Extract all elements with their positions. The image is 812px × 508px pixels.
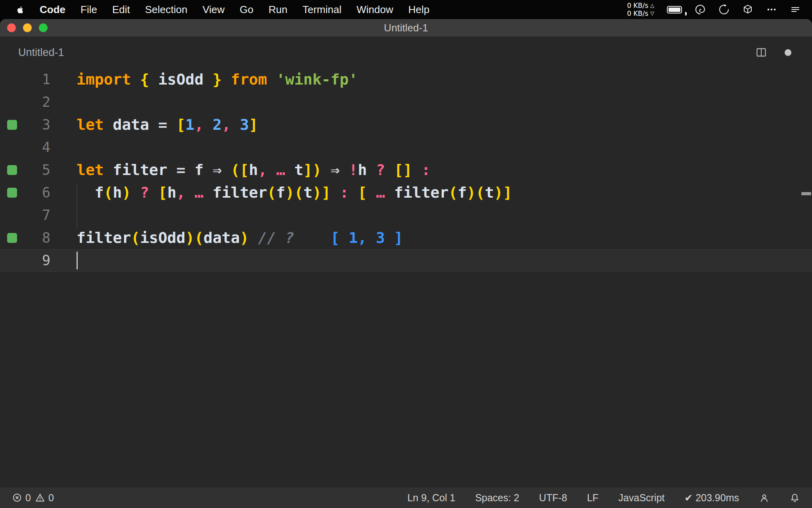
code-token: , (222, 116, 231, 133)
text-cursor (77, 252, 78, 269)
code-token: 1 (186, 116, 195, 133)
code-token: )( (467, 184, 485, 201)
code-line-4[interactable]: 4 (0, 136, 812, 159)
menu-item-go[interactable]: Go (232, 4, 261, 16)
code-token: from (231, 71, 267, 88)
list-menu-icon[interactable] (790, 4, 801, 15)
menu-item-terminal[interactable]: Terminal (295, 4, 349, 16)
code-line-3[interactable]: 3let data = [1, 2, 3] (0, 114, 812, 136)
code-token: f (276, 184, 285, 201)
code-token: ! (349, 161, 358, 179)
swirl-menu-icon[interactable] (695, 4, 706, 15)
menu-item-selection[interactable]: Selection (138, 4, 195, 16)
code-line-8[interactable]: 8filter(isOdd)(data) // ? [ 1, 3 ] (0, 227, 812, 249)
quokka-timing-status[interactable]: ✔ 203.90ms (684, 492, 739, 504)
indentation-status[interactable]: Spaces: 2 (475, 492, 519, 504)
code-token (331, 184, 340, 201)
line-number: 7 (0, 204, 50, 227)
code-token: ( (131, 229, 140, 246)
eol-status[interactable]: LF (587, 492, 598, 504)
battery-icon[interactable] (667, 6, 682, 13)
code-line-6[interactable]: 6 f(h) ? [h, … filter(f)(t)] : [ … filte… (0, 181, 812, 204)
network-speed-indicator[interactable]: 0 KB/s △ 0 KB/s ▽ (627, 2, 654, 17)
code-token: t (294, 161, 303, 179)
cube-menu-icon[interactable] (742, 4, 753, 15)
code-editor[interactable]: 1import { isOdd } from 'wink-fp'23let da… (0, 68, 812, 487)
overview-ruler-mark[interactable] (801, 192, 811, 195)
menu-item-help[interactable]: Help (401, 4, 437, 16)
code-token: f (186, 161, 213, 179)
minimize-window-button[interactable] (23, 23, 32, 32)
indent-guide (77, 184, 77, 228)
code-line-5[interactable]: 5let filter = f ⇒ ([h, … t]) ⇒ !h ? [] : (0, 159, 812, 181)
code-token (285, 161, 294, 179)
vscode-window: Untitled-1 Untitled-1 1import { isOdd } … (0, 19, 812, 508)
network-up-arrow-icon: △ (650, 2, 654, 10)
feedback-icon[interactable] (759, 493, 770, 503)
code-token (203, 116, 213, 133)
menu-bar-status-items: 0 KB/s △ 0 KB/s ▽ (627, 2, 804, 17)
code-token (186, 184, 195, 201)
code-token: let (77, 116, 104, 133)
apple-menu[interactable] (8, 5, 32, 15)
code-token: filter (104, 161, 176, 179)
code-token: ]) (303, 161, 322, 179)
code-line-2[interactable]: 2 (0, 91, 812, 114)
code-line-9[interactable]: 9 (0, 249, 812, 272)
warning-icon (35, 493, 45, 503)
menu-item-edit[interactable]: Edit (105, 4, 138, 16)
menu-item-file[interactable]: File (73, 4, 105, 16)
unsaved-changes-dot[interactable] (785, 49, 791, 56)
network-up-label: 0 KB/s (627, 2, 648, 10)
line-number: 8 (0, 227, 50, 249)
menu-item-code[interactable]: Code (32, 4, 73, 16)
language-mode-status[interactable]: JavaScript (619, 492, 665, 504)
code-token: t (303, 184, 312, 201)
code-text: let data = [1, 2, 3] (77, 114, 258, 136)
code-token (385, 161, 394, 179)
close-window-button[interactable] (7, 23, 16, 32)
code-token: ? (376, 161, 385, 179)
code-token: ] (249, 116, 258, 133)
code-token: import (77, 71, 131, 88)
problems-status[interactable]: 0 0 (12, 492, 54, 504)
menu-item-window[interactable]: Window (349, 4, 400, 16)
code-token: data (104, 116, 158, 133)
code-token: = (176, 161, 186, 179)
code-token (267, 71, 276, 88)
code-token (149, 184, 158, 201)
code-token: 2 (213, 116, 222, 133)
code-token: )] (494, 184, 512, 201)
code-token (222, 71, 231, 88)
code-token (385, 184, 394, 201)
code-token: ( (267, 184, 276, 201)
code-text: let filter = f ⇒ ([h, … t]) ⇒ !h ? [] : (77, 159, 431, 181)
line-number: 4 (0, 136, 50, 159)
code-token: [ (358, 184, 367, 201)
cursor-position-status[interactable]: Ln 9, Col 1 (407, 492, 455, 504)
code-token: ⇒ (331, 161, 340, 179)
code-token (249, 229, 258, 246)
split-editor-icon[interactable] (755, 46, 767, 58)
code-token: isOdd (149, 71, 213, 88)
code-line-1[interactable]: 1import { isOdd } from 'wink-fp' (0, 68, 812, 91)
network-down-label: 0 KB/s (627, 10, 648, 17)
notifications-bell-icon[interactable] (789, 493, 800, 503)
menu-item-view[interactable]: View (195, 4, 232, 16)
network-down-arrow-icon: ▽ (650, 10, 654, 17)
code-line-7[interactable]: 7 (0, 204, 812, 227)
menu-item-run[interactable]: Run (261, 4, 295, 16)
menu-items: CodeFileEditSelectionViewGoRunTerminalWi… (32, 4, 437, 16)
code-token (167, 116, 176, 133)
zoom-window-button[interactable] (39, 23, 48, 32)
code-token: f (458, 184, 467, 201)
window-titlebar[interactable]: Untitled-1 (0, 19, 812, 37)
code-token: [ (176, 116, 186, 133)
time-machine-icon[interactable] (718, 4, 730, 15)
tab-untitled-1[interactable]: Untitled-1 (18, 46, 64, 59)
encoding-status[interactable]: UTF-8 (539, 492, 567, 504)
more-dots-icon[interactable] (766, 4, 777, 15)
code-token: [] (394, 161, 412, 179)
line-number: 9 (0, 249, 50, 272)
code-token (294, 229, 331, 246)
